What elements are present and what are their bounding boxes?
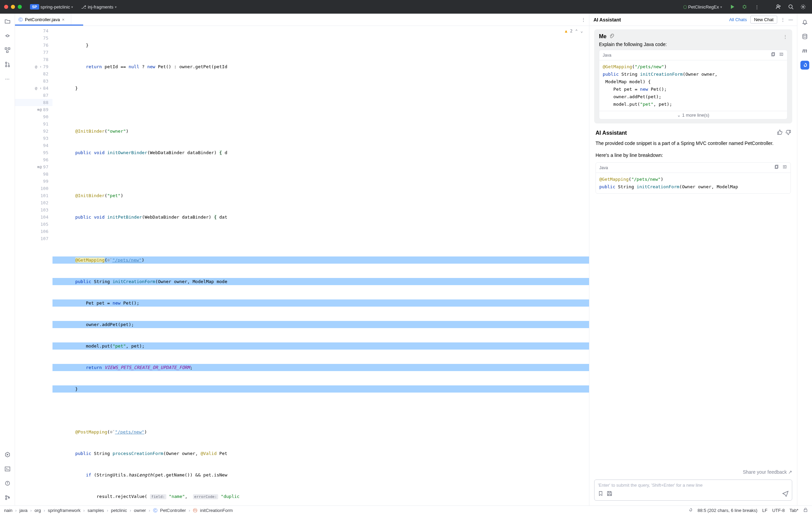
commit-icon <box>5 33 10 39</box>
notifications-button[interactable] <box>800 18 809 27</box>
warning-icon: ▲ <box>565 29 567 33</box>
close-tab-button[interactable]: × <box>62 17 67 23</box>
tab-file-name: PetController.java <box>25 17 60 22</box>
new-chat-button[interactable]: New Chat <box>750 16 777 24</box>
assistant-title: AI Assistant <box>593 17 621 23</box>
inspection-widget[interactable]: ▲ 2 ⌃ ⌄ <box>563 28 585 34</box>
ai-status-icon[interactable] <box>688 507 693 513</box>
all-chats-link[interactable]: All Chats <box>729 17 747 22</box>
readonly-toggle[interactable] <box>803 507 808 513</box>
copy-code-button[interactable] <box>771 52 776 58</box>
search-button[interactable] <box>786 2 796 12</box>
assistant-more-button[interactable]: ⋮ <box>781 17 785 22</box>
chat-placeholder: 'Enter' to submit the query, 'Shift+Ente… <box>598 483 703 488</box>
svg-rect-5 <box>5 48 7 49</box>
thumbs-down-button[interactable] <box>785 130 791 136</box>
run-button[interactable] <box>727 2 737 12</box>
assistant-hide-button[interactable]: — <box>788 17 793 22</box>
project-badge: SP <box>30 4 39 10</box>
close-window[interactable] <box>4 5 8 9</box>
inspection-up[interactable]: ⌃ <box>575 29 578 33</box>
maven-tool-button[interactable]: m <box>800 46 809 55</box>
encoding[interactable]: UTF-8 <box>772 508 785 513</box>
chevron-down-icon: ▾ <box>71 5 73 9</box>
attachment-icon[interactable] <box>609 34 614 40</box>
breadcrumb-item[interactable]: PetController <box>160 508 186 513</box>
chevron-down-icon: ▾ <box>720 5 722 9</box>
warning-circle-icon <box>5 481 10 486</box>
send-button[interactable] <box>782 490 788 498</box>
window-controls[interactable] <box>4 5 22 9</box>
branch-selector[interactable]: ⎇ inj-fragments ▾ <box>78 3 119 11</box>
search-icon <box>788 4 794 10</box>
database-icon <box>802 34 808 39</box>
chevron-down-icon: ▾ <box>115 5 117 9</box>
bell-icon <box>802 19 808 25</box>
structure-tool-button[interactable] <box>3 46 12 55</box>
expand-code-button[interactable]: ⌄ 1 more line(s) <box>599 111 787 119</box>
settings-button[interactable] <box>798 2 808 12</box>
breadcrumb-item[interactable]: samples <box>88 508 104 513</box>
chat-input[interactable]: 'Enter' to submit the query, 'Shift+Ente… <box>594 480 792 501</box>
line-separator[interactable]: LF <box>762 508 767 513</box>
svg-rect-6 <box>8 48 10 49</box>
share-feedback-link[interactable]: Share your feedback ↗ <box>589 467 797 477</box>
debug-button[interactable] <box>740 2 749 12</box>
ai-assistant-tool-button[interactable] <box>800 61 809 70</box>
breadcrumb-item[interactable]: owner <box>134 508 146 513</box>
terminal-tool-button[interactable] <box>3 465 12 473</box>
project-selector[interactable]: SP spring-petclinic ▾ <box>27 3 76 11</box>
svg-point-1 <box>777 5 779 7</box>
svg-point-10 <box>8 65 10 67</box>
tab-more-button[interactable]: ⋮ <box>581 17 586 22</box>
pull-requests-tool-button[interactable] <box>3 60 12 69</box>
git-icon <box>5 495 10 500</box>
services-tool-button[interactable] <box>3 450 12 459</box>
run-config-icon: ⬡ <box>683 4 687 10</box>
play-hex-icon <box>5 452 10 457</box>
breadcrumb-item[interactable]: initCreationForm <box>200 508 233 513</box>
code-with-me-button[interactable] <box>774 2 783 12</box>
breadcrumb-item[interactable]: org <box>34 508 41 513</box>
user-add-icon <box>776 4 781 10</box>
maximize-window[interactable] <box>18 5 22 9</box>
more-actions-button[interactable]: ⋮ <box>752 2 762 12</box>
svg-point-2 <box>789 5 792 8</box>
svg-point-15 <box>5 498 7 500</box>
commit-tool-button[interactable] <box>3 31 12 40</box>
terminal-icon <box>5 466 10 472</box>
code-editor[interactable]: } return petId == null ? new Pet() : own… <box>52 26 589 505</box>
breadcrumb-item[interactable]: nain <box>4 508 13 513</box>
cursor-position[interactable]: 88:5 (202 chars, 6 line breaks) <box>697 508 757 513</box>
bookmark-button[interactable] <box>598 491 603 497</box>
indent[interactable]: Tab* <box>790 508 798 513</box>
more-tool-button[interactable]: ⋯ <box>3 74 12 83</box>
run-config-selector[interactable]: ⬡ PetClinicRegEx ▾ <box>680 3 725 11</box>
inspection-down[interactable]: ⌄ <box>581 29 583 33</box>
thumbs-up-button[interactable] <box>777 130 783 136</box>
git-tool-button[interactable] <box>3 493 12 502</box>
folder-icon <box>5 19 10 24</box>
breadcrumb-item[interactable]: java <box>19 508 28 513</box>
problems-tool-button[interactable] <box>3 479 12 488</box>
save-button[interactable] <box>607 491 612 497</box>
branch-icon: ⎇ <box>81 4 86 10</box>
svg-rect-22 <box>804 510 807 512</box>
insert-code-button[interactable] <box>782 165 787 171</box>
breadcrumb-item[interactable]: springframework <box>48 508 80 513</box>
message-menu-button[interactable]: ⋮ <box>783 34 787 39</box>
database-tool-button[interactable] <box>800 32 809 41</box>
editor-tab[interactable]: Ⓒ PetController.java × <box>15 14 71 26</box>
gear-icon <box>800 4 806 10</box>
java-class-icon: Ⓒ <box>18 17 23 23</box>
breadcrumb-item[interactable]: petclinic <box>111 508 127 513</box>
ai-spiral-icon <box>802 62 808 68</box>
insert-code-button[interactable] <box>779 52 784 58</box>
svg-point-9 <box>5 65 7 67</box>
warning-count: 2 <box>570 29 572 33</box>
project-tool-button[interactable] <box>3 17 12 26</box>
copy-code-button[interactable] <box>774 165 779 171</box>
minimize-window[interactable] <box>11 5 15 9</box>
project-name: spring-petclinic <box>41 4 70 10</box>
pull-request-icon <box>5 62 10 67</box>
